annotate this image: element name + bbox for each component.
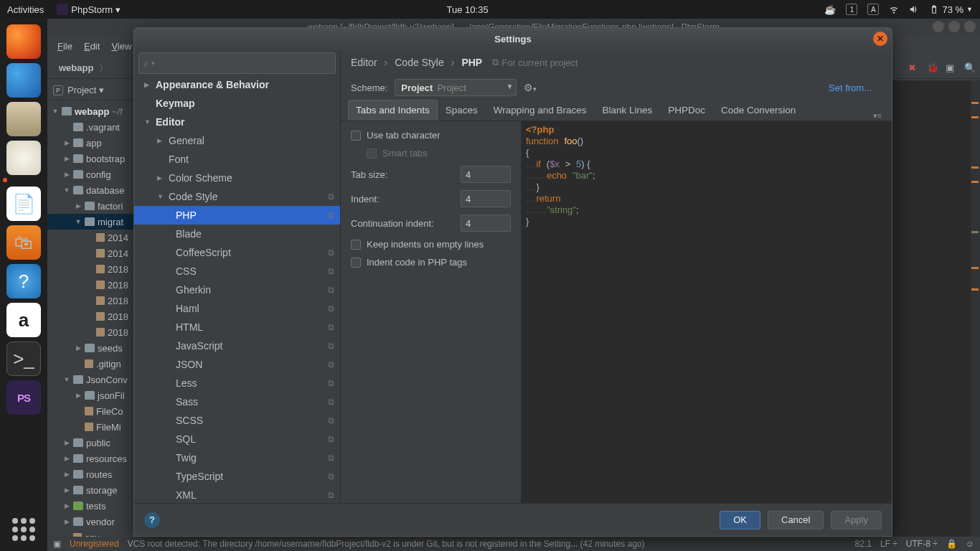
tab-size-label: Tab size: (351, 169, 387, 180)
dock-terminal[interactable]: >_ (6, 342, 41, 376)
scheme-combobox[interactable]: Project Project ▼ (395, 79, 517, 96)
run-config-icon[interactable]: ▣ (946, 62, 957, 74)
settings-tree-item[interactable]: SQL⧉ (134, 430, 340, 448)
menu-edit[interactable]: Edit (80, 39, 104, 53)
continuation-indent-input[interactable] (461, 215, 511, 232)
coffee-icon[interactable]: ☕ (824, 4, 836, 15)
dock-show-apps[interactable] (12, 518, 35, 541)
tab-size-input[interactable] (461, 166, 511, 183)
status-message[interactable]: VCS root detected: The directory /home/u… (128, 539, 645, 549)
tabs-overflow-icon[interactable]: ▾≡ (873, 111, 885, 121)
status-event-icon[interactable]: ▣ (53, 539, 61, 549)
settings-tree-item[interactable]: Haml⧉ (134, 299, 340, 318)
crumb-php: PHP (461, 57, 482, 68)
settings-tree-item[interactable]: ▼Editor (134, 113, 340, 131)
settings-tree-item[interactable]: Less⧉ (134, 374, 340, 392)
indicator-1-icon[interactable]: 1 (846, 4, 857, 15)
search-everywhere-icon[interactable]: 🔍 (964, 62, 976, 74)
settings-tree-item[interactable]: Font (134, 150, 340, 169)
breadcrumb-root[interactable]: webapp (59, 62, 93, 73)
dialog-title-bar[interactable]: Settings ✕ (134, 28, 892, 50)
use-tab-character-checkbox[interactable]: Use tab character (351, 130, 511, 141)
minimize-button[interactable] (933, 21, 944, 32)
dock-libreoffice[interactable]: 📄 (6, 187, 41, 221)
activities-button[interactable]: Activities (7, 4, 44, 15)
debug-icon[interactable]: 🐞 (927, 62, 938, 74)
battery-percent: 73 % (942, 4, 963, 15)
status-lock-icon[interactable]: 🔒 (946, 539, 957, 549)
project-icon: P (53, 85, 63, 95)
settings-tree-item[interactable]: XML⧉ (134, 486, 340, 503)
chevron-down-icon: ▼ (506, 83, 513, 90)
dock-thunderbird[interactable] (6, 63, 41, 98)
status-encoding[interactable]: UTF-8 ÷ (906, 539, 938, 549)
settings-tree-item[interactable]: PHP⧉ (134, 206, 340, 225)
tab-blank-lines[interactable]: Blank Lines (594, 100, 660, 121)
tab-wrapping[interactable]: Wrapping and Braces (486, 100, 595, 121)
scheme-label: Scheme: (351, 83, 387, 93)
dock-phpstorm[interactable]: PS (6, 380, 41, 415)
settings-tree-item[interactable]: CSS⧉ (134, 262, 340, 281)
settings-tree-item[interactable]: HTML⧉ (134, 318, 340, 336)
set-from-link[interactable]: Set from... (829, 83, 882, 93)
settings-tree-item[interactable]: CoffeeScript⧉ (134, 243, 340, 262)
status-caret-pos[interactable]: 82:1 (855, 539, 872, 549)
dock-amazon[interactable]: a (6, 303, 41, 337)
menu-view[interactable]: View (107, 39, 136, 53)
tab-phpdoc[interactable]: PHPDoc (660, 100, 713, 121)
dock-software[interactable]: 🛍 (6, 225, 41, 260)
crumb-editor[interactable]: Editor (351, 57, 377, 68)
settings-tree-item[interactable]: Blade (134, 225, 340, 243)
dock-firefox[interactable] (6, 24, 41, 59)
tab-spaces[interactable]: Spaces (438, 100, 486, 121)
phpstorm-icon (57, 4, 68, 15)
dock-help[interactable]: ? (6, 264, 41, 298)
cancel-button[interactable]: Cancel (768, 511, 824, 529)
stop-icon[interactable]: ✖ (908, 62, 920, 74)
battery-indicator[interactable]: 73 % ▼ (929, 4, 973, 15)
crumb-scope-hint: ⧉ For current project (492, 57, 578, 68)
scheme-actions-gear-icon[interactable]: ⚙▾ (524, 82, 537, 93)
volume-icon[interactable] (909, 4, 919, 15)
dock-rhythmbox[interactable] (6, 141, 41, 175)
wifi-icon[interactable] (889, 4, 899, 15)
settings-tree-item[interactable]: ▶Appearance & Behavior (134, 75, 340, 94)
tab-code-conversion[interactable]: Code Conversion (713, 100, 804, 121)
close-window-button[interactable] (964, 21, 976, 32)
menu-file[interactable]: File (53, 39, 77, 53)
crumb-code-style[interactable]: Code Style (395, 57, 443, 68)
settings-search-input[interactable]: ⌕ ▾ (138, 52, 336, 74)
maximize-button[interactable] (948, 21, 960, 32)
tab-tabs-and-indents[interactable]: Tabs and Indents (348, 100, 438, 121)
app-menu-label: PhpStorm ▾ (71, 4, 120, 15)
indicator-a-icon[interactable]: A (867, 4, 879, 15)
apply-button[interactable]: Apply (831, 511, 882, 529)
settings-tree-item[interactable]: JavaScript⧉ (134, 336, 340, 355)
indent-php-tags-checkbox[interactable]: Indent code in PHP tags (351, 257, 511, 268)
settings-tree-item[interactable]: Twig⧉ (134, 448, 340, 467)
settings-tree-item[interactable]: Gherkin⧉ (134, 281, 340, 299)
keep-indents-checkbox[interactable]: Keep indents on empty lines (351, 239, 511, 250)
settings-dialog: Settings ✕ ⌕ ▾ ▶Appearance & BehaviorKey… (133, 27, 892, 537)
settings-tree-item[interactable]: JSON⧉ (134, 355, 340, 374)
settings-tree-item[interactable]: SCSS⧉ (134, 411, 340, 430)
app-menu[interactable]: PhpStorm ▾ (57, 4, 120, 15)
settings-tree-item[interactable]: Sass⧉ (134, 392, 340, 411)
dialog-close-button[interactable]: ✕ (873, 32, 887, 46)
settings-tree-item[interactable]: TypeScript⧉ (134, 467, 340, 486)
status-line-sep[interactable]: LF ÷ (880, 539, 897, 549)
indent-field: Indent: (351, 190, 511, 207)
settings-tree[interactable]: ▶Appearance & BehaviorKeymap▼Editor▶Gene… (134, 75, 340, 503)
settings-tree-item[interactable]: ▶General (134, 131, 340, 150)
settings-tree-item[interactable]: ▶Color Scheme (134, 169, 340, 187)
clock[interactable]: Tue 10:35 (447, 4, 489, 15)
ok-button[interactable]: OK (720, 511, 760, 529)
help-button[interactable]: ? (144, 512, 160, 528)
settings-tree-item[interactable]: Keymap (134, 94, 340, 113)
settings-tree-item[interactable]: ▼Code Style⧉ (134, 187, 340, 206)
indent-input[interactable] (461, 190, 511, 207)
dock-files[interactable] (6, 102, 41, 136)
settings-content: Editor › Code Style › PHP ⧉ For current … (341, 50, 892, 503)
status-unregistered: Unregistered (70, 539, 119, 549)
status-hector-icon[interactable]: ☺ (966, 539, 974, 549)
